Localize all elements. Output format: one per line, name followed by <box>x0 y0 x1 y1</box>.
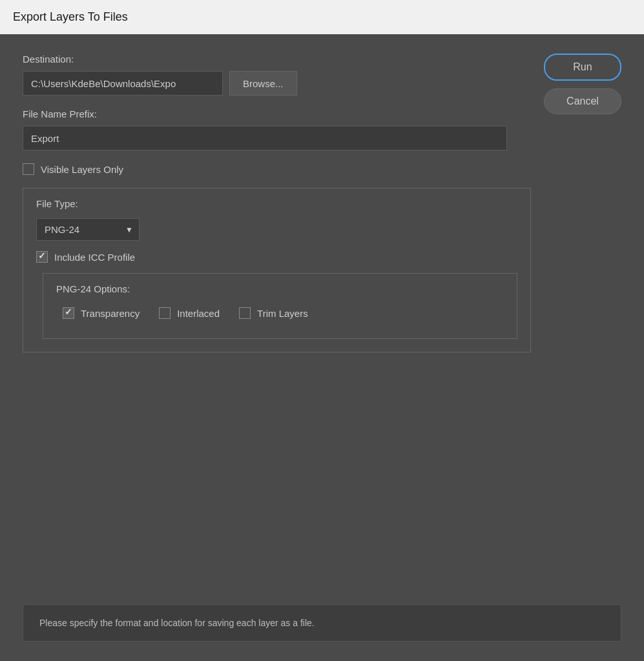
top-row: Destination: Browse... File Name Prefix:… <box>23 54 621 365</box>
destination-label-row: Destination: <box>23 54 531 65</box>
file-type-select-wrapper: BMP JPEG PDF PNG-24 PNG-8 PSD TARGA TIFF… <box>36 218 140 241</box>
file-type-label: File Type: <box>36 198 517 209</box>
icc-profile-checkbox[interactable] <box>36 251 48 263</box>
prefix-input[interactable] <box>23 126 507 150</box>
dialog-title: Export Layers To Files <box>13 10 128 23</box>
export-layers-dialog: Export Layers To Files Destination: Brow… <box>0 0 644 661</box>
file-type-group: File Type: BMP JPEG PDF PNG-24 PNG-8 PSD… <box>23 188 531 352</box>
left-column: Destination: Browse... File Name Prefix:… <box>23 54 531 365</box>
png24-options-group: PNG-24 Options: Transparency Interlaced <box>43 273 517 339</box>
browse-button[interactable]: Browse... <box>229 71 297 96</box>
prefix-section: File Name Prefix: <box>23 108 531 150</box>
trim-layers-checkbox[interactable] <box>239 307 251 319</box>
interlaced-row: Interlaced <box>159 307 220 319</box>
right-column: Run Cancel <box>544 54 621 114</box>
run-button[interactable]: Run <box>544 54 621 81</box>
icc-profile-label: Include ICC Profile <box>54 252 135 263</box>
transparency-row: Transparency <box>63 307 140 319</box>
prefix-label: File Name Prefix: <box>23 108 531 119</box>
transparency-label: Transparency <box>81 308 140 319</box>
file-type-select[interactable]: BMP JPEG PDF PNG-24 PNG-8 PSD TARGA TIFF <box>36 218 140 241</box>
visible-layers-row: Visible Layers Only <box>23 163 531 175</box>
visible-layers-label: Visible Layers Only <box>41 164 123 175</box>
status-bar: Please specify the format and location f… <box>23 604 621 642</box>
status-text: Please specify the format and location f… <box>39 618 315 628</box>
title-bar: Export Layers To Files <box>0 0 644 34</box>
destination-path-input[interactable] <box>23 71 223 96</box>
trim-layers-label: Trim Layers <box>257 308 308 319</box>
png24-options-label: PNG-24 Options: <box>56 283 504 294</box>
interlaced-checkbox[interactable] <box>159 307 171 319</box>
transparency-checkbox[interactable] <box>63 307 74 319</box>
visible-layers-checkbox[interactable] <box>23 163 34 175</box>
cancel-button[interactable]: Cancel <box>544 88 621 114</box>
trim-layers-row: Trim Layers <box>239 307 308 319</box>
main-content: Destination: Browse... File Name Prefix:… <box>0 34 644 598</box>
destination-row: Browse... <box>23 71 531 96</box>
interlaced-label: Interlaced <box>177 308 220 319</box>
png24-checkboxes-row: Transparency Interlaced Trim Layers <box>56 307 504 319</box>
destination-label: Destination: <box>23 54 531 65</box>
icc-profile-row: Include ICC Profile <box>36 251 517 263</box>
